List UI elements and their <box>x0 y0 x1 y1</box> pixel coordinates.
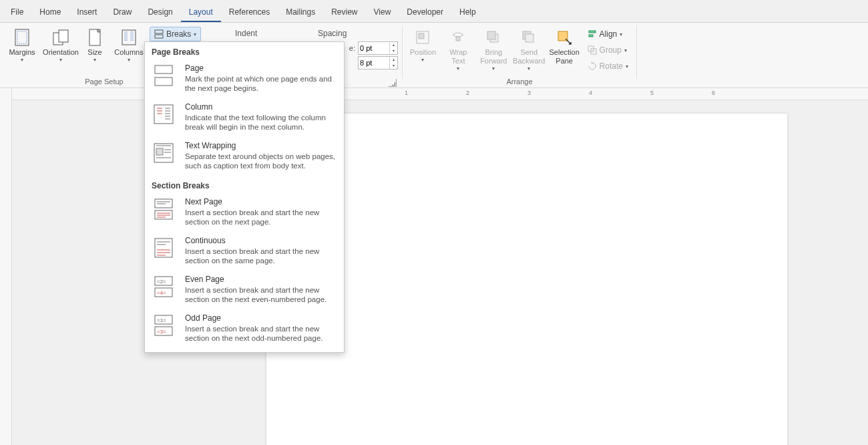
ruler-tick: 4 <box>589 90 592 96</box>
svg-rect-3 <box>59 30 68 42</box>
columns-icon <box>120 28 138 47</box>
tab-layout[interactable]: Layout <box>181 2 221 22</box>
size-label: Size <box>87 48 101 57</box>
breaks-button[interactable]: Breaks ▾ <box>150 27 201 41</box>
tab-mailings[interactable]: Mailings <box>278 2 323 22</box>
bring-forward-button[interactable]: Bring Forward▾ <box>477 27 510 73</box>
spacing-before-spinner[interactable]: ▴▾ <box>358 41 398 55</box>
menu-item-even-page[interactable]: =2==4= Even Page Insert a section break … <box>145 271 344 309</box>
vertical-ruler <box>0 88 12 445</box>
breaks-icon <box>154 29 164 39</box>
align-button[interactable]: Align▾ <box>584 27 632 41</box>
send-backward-button[interactable]: Send Backward▾ <box>513 27 546 73</box>
even-page-break-icon: =2==4= <box>152 275 176 299</box>
page-setup-label-text: Page Setup <box>85 78 124 86</box>
chevron-down-icon: ▾ <box>624 47 627 53</box>
menu-item-column[interactable]: Column Indicate that the text following … <box>145 98 344 137</box>
svg-rect-31 <box>155 78 172 86</box>
menu-item-title: Continuous <box>185 236 337 245</box>
chevron-down-icon: ▾ <box>421 57 424 63</box>
rotate-button[interactable]: Rotate▾ <box>584 59 632 73</box>
tab-help[interactable]: Help <box>451 2 484 22</box>
text-wrapping-break-icon <box>152 141 176 165</box>
size-icon <box>85 28 104 47</box>
wrap-text-icon <box>449 28 467 47</box>
spacing-after-spinner[interactable]: ▴▾ <box>358 56 398 69</box>
rotate-icon <box>588 61 597 71</box>
tab-references[interactable]: References <box>221 2 278 22</box>
menu-item-next-page[interactable]: Next Page Insert a section break and sta… <box>145 193 344 232</box>
spacing-after-input[interactable] <box>359 59 385 67</box>
align-label: Align <box>600 29 618 39</box>
margins-icon <box>13 28 31 47</box>
send-backward-icon <box>519 28 538 47</box>
odd-page-break-icon: =1==3= <box>152 313 176 337</box>
tab-design[interactable]: Design <box>140 2 180 22</box>
continuous-break-icon <box>152 236 176 260</box>
menu-item-title: Even Page <box>185 275 337 284</box>
svg-text:=4=: =4= <box>157 290 166 296</box>
menu-item-odd-page[interactable]: =1==3= Odd Page Insert a section break a… <box>145 309 344 348</box>
selection-pane-icon <box>555 28 574 47</box>
ruler-tick: 6 <box>712 90 715 96</box>
menu-heading-section-breaks: Section Breaks <box>145 176 344 193</box>
tab-insert[interactable]: Insert <box>69 2 105 22</box>
position-button[interactable]: Position▾ <box>407 27 439 64</box>
spin-down-icon[interactable]: ▾ <box>390 63 397 69</box>
margins-button[interactable]: Margins ▾ <box>4 27 40 64</box>
page-break-icon <box>152 63 176 88</box>
spacing-before-input[interactable] <box>359 44 385 52</box>
svg-rect-22 <box>487 31 495 39</box>
menu-item-text-wrapping[interactable]: Text Wrapping Separate text around objec… <box>145 137 344 176</box>
spin-up-icon[interactable]: ▴ <box>390 57 397 63</box>
next-page-break-icon <box>152 197 176 221</box>
menu-item-title: Column <box>185 102 337 112</box>
ruler-tick: 3 <box>527 90 531 96</box>
svg-rect-1 <box>17 31 27 43</box>
tab-review[interactable]: Review <box>323 2 365 22</box>
svg-rect-27 <box>589 35 593 37</box>
chevron-down-icon: ▾ <box>59 57 62 63</box>
send-backward-label: Send Backward <box>513 48 546 65</box>
bring-forward-icon <box>484 28 503 47</box>
document-page[interactable] <box>266 114 787 445</box>
page-scroll[interactable] <box>12 100 868 445</box>
spin-down-icon[interactable]: ▾ <box>390 48 397 54</box>
menu-item-continuous[interactable]: Continuous Insert a section break and st… <box>145 232 344 271</box>
orientation-button[interactable]: Orientation ▾ <box>43 27 79 64</box>
menu-item-title: Next Page <box>185 197 337 206</box>
svg-rect-24 <box>525 34 533 42</box>
position-icon <box>413 28 432 47</box>
align-icon <box>588 29 597 39</box>
tab-draw[interactable]: Draw <box>105 2 140 22</box>
spin-up-icon[interactable]: ▴ <box>390 42 397 48</box>
selection-pane-button[interactable]: Selection Pane <box>548 27 581 67</box>
menu-item-desc: Insert a section break and start the new… <box>185 247 337 265</box>
menu-item-page[interactable]: Page Mark the point at which one page en… <box>145 59 344 98</box>
tab-home[interactable]: Home <box>31 2 69 22</box>
bring-forward-label: Bring Forward <box>477 48 510 65</box>
breaks-label: Breaks <box>166 29 191 39</box>
ruler-tick: 5 <box>650 90 654 96</box>
size-button[interactable]: Size ▾ <box>81 27 108 64</box>
menu-heading-page-breaks: Page Breaks <box>145 42 344 59</box>
dialog-launcher-icon[interactable] <box>389 79 397 87</box>
menu-item-title: Page <box>185 63 337 73</box>
columns-button[interactable]: Columns ▾ <box>111 27 147 64</box>
svg-rect-30 <box>155 65 172 73</box>
tab-developer[interactable]: Developer <box>399 2 451 22</box>
svg-rect-20 <box>456 37 460 41</box>
svg-rect-26 <box>589 31 596 33</box>
ribbon: Margins ▾ Orientation ▾ Size ▾ <box>0 23 868 88</box>
selection-pane-label: Selection Pane <box>548 48 581 65</box>
tab-view[interactable]: View <box>366 2 399 22</box>
spacing-header: Spacing <box>315 27 398 38</box>
document-area: 123456 <box>0 88 868 445</box>
svg-rect-54 <box>155 239 172 257</box>
wrap-text-button[interactable]: Wrap Text▾ <box>442 27 475 73</box>
chevron-down-icon: ▾ <box>492 65 495 71</box>
menu-item-title: Odd Page <box>185 313 337 323</box>
tab-file[interactable]: File <box>3 2 31 22</box>
menu-item-desc: Separate text around objects on web page… <box>185 152 337 170</box>
group-button[interactable]: Group▾ <box>584 43 632 57</box>
